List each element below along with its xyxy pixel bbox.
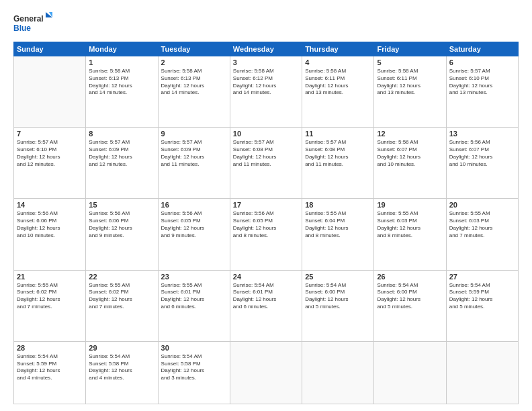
day-info: Sunrise: 5:57 AM Sunset: 6:08 PM Dayligh… <box>305 139 371 168</box>
page: General Blue SundayMondayTuesdayWednesda… <box>0 0 532 411</box>
day-info: Sunrise: 5:55 AM Sunset: 6:02 PM Dayligh… <box>89 282 154 311</box>
logo: General Blue <box>13 11 54 36</box>
day-info: Sunrise: 5:56 AM Sunset: 6:05 PM Dayligh… <box>161 210 227 239</box>
calendar-cell: 13Sunrise: 5:56 AM Sunset: 6:07 PM Dayli… <box>446 128 518 199</box>
day-info: Sunrise: 5:57 AM Sunset: 6:10 PM Dayligh… <box>17 139 83 168</box>
calendar-cell: 6Sunrise: 5:57 AM Sunset: 6:10 PM Daylig… <box>446 56 518 128</box>
svg-text:General: General <box>13 14 44 24</box>
calendar-cell: 9Sunrise: 5:57 AM Sunset: 6:09 PM Daylig… <box>158 128 230 199</box>
day-info: Sunrise: 5:58 AM Sunset: 6:13 PM Dayligh… <box>161 68 227 97</box>
day-number: 9 <box>161 130 227 138</box>
calendar-cell <box>446 341 518 404</box>
calendar-cell: 2Sunrise: 5:58 AM Sunset: 6:13 PM Daylig… <box>158 56 230 128</box>
day-number: 2 <box>161 58 227 66</box>
day-info: Sunrise: 5:57 AM Sunset: 6:10 PM Dayligh… <box>449 68 515 97</box>
day-info: Sunrise: 5:54 AM Sunset: 5:58 PM Dayligh… <box>89 353 154 382</box>
calendar-cell <box>14 56 86 128</box>
calendar-cell: 18Sunrise: 5:55 AM Sunset: 6:04 PM Dayli… <box>302 199 374 270</box>
calendar-cell: 19Sunrise: 5:55 AM Sunset: 6:03 PM Dayli… <box>374 199 446 270</box>
day-number: 29 <box>89 344 154 352</box>
calendar-cell: 7Sunrise: 5:57 AM Sunset: 6:10 PM Daylig… <box>14 128 86 199</box>
calendar-cell: 29Sunrise: 5:54 AM Sunset: 5:58 PM Dayli… <box>86 341 158 404</box>
day-info: Sunrise: 5:58 AM Sunset: 6:13 PM Dayligh… <box>89 68 154 97</box>
calendar-cell <box>374 341 446 404</box>
day-number: 19 <box>377 201 443 209</box>
calendar-day-header: Thursday <box>302 42 374 56</box>
calendar-cell: 16Sunrise: 5:56 AM Sunset: 6:05 PM Dayli… <box>158 199 230 270</box>
day-number: 16 <box>161 201 227 209</box>
day-number: 1 <box>89 58 154 66</box>
calendar-week-row: 14Sunrise: 5:56 AM Sunset: 6:06 PM Dayli… <box>14 199 519 270</box>
day-info: Sunrise: 5:56 AM Sunset: 6:06 PM Dayligh… <box>89 210 154 239</box>
calendar-cell: 1Sunrise: 5:58 AM Sunset: 6:13 PM Daylig… <box>86 56 158 128</box>
day-info: Sunrise: 5:58 AM Sunset: 6:12 PM Dayligh… <box>233 68 299 97</box>
calendar-cell: 24Sunrise: 5:54 AM Sunset: 6:01 PM Dayli… <box>230 270 302 341</box>
day-info: Sunrise: 5:55 AM Sunset: 6:01 PM Dayligh… <box>161 282 227 311</box>
day-number: 14 <box>17 201 83 209</box>
day-info: Sunrise: 5:56 AM Sunset: 6:05 PM Dayligh… <box>233 210 299 239</box>
day-number: 11 <box>305 130 371 138</box>
day-number: 21 <box>17 273 83 281</box>
calendar-week-row: 1Sunrise: 5:58 AM Sunset: 6:13 PM Daylig… <box>14 56 519 128</box>
day-info: Sunrise: 5:58 AM Sunset: 6:11 PM Dayligh… <box>305 68 371 97</box>
day-info: Sunrise: 5:57 AM Sunset: 6:09 PM Dayligh… <box>89 139 154 168</box>
header: General Blue <box>13 11 519 36</box>
day-number: 27 <box>449 273 515 281</box>
day-number: 5 <box>377 58 443 66</box>
calendar-cell: 17Sunrise: 5:56 AM Sunset: 6:05 PM Dayli… <box>230 199 302 270</box>
day-info: Sunrise: 5:54 AM Sunset: 5:59 PM Dayligh… <box>449 282 515 311</box>
calendar-header-row: SundayMondayTuesdayWednesdayThursdayFrid… <box>14 42 519 56</box>
calendar-cell: 23Sunrise: 5:55 AM Sunset: 6:01 PM Dayli… <box>158 270 230 341</box>
day-number: 20 <box>449 201 515 209</box>
calendar-week-row: 28Sunrise: 5:54 AM Sunset: 5:59 PM Dayli… <box>14 341 519 404</box>
calendar-cell: 11Sunrise: 5:57 AM Sunset: 6:08 PM Dayli… <box>302 128 374 199</box>
calendar-cell: 20Sunrise: 5:55 AM Sunset: 6:03 PM Dayli… <box>446 199 518 270</box>
day-number: 13 <box>449 130 515 138</box>
day-info: Sunrise: 5:55 AM Sunset: 6:02 PM Dayligh… <box>17 282 83 311</box>
calendar-day-header: Saturday <box>446 42 518 56</box>
calendar-day-header: Friday <box>374 42 446 56</box>
calendar-cell: 25Sunrise: 5:54 AM Sunset: 6:00 PM Dayli… <box>302 270 374 341</box>
day-number: 17 <box>233 201 299 209</box>
day-info: Sunrise: 5:54 AM Sunset: 6:01 PM Dayligh… <box>233 282 299 311</box>
calendar-cell: 28Sunrise: 5:54 AM Sunset: 5:59 PM Dayli… <box>14 341 86 404</box>
day-number: 23 <box>161 273 227 281</box>
day-info: Sunrise: 5:56 AM Sunset: 6:07 PM Dayligh… <box>377 139 443 168</box>
day-number: 30 <box>161 344 227 352</box>
day-number: 12 <box>377 130 443 138</box>
calendar-cell: 5Sunrise: 5:58 AM Sunset: 6:11 PM Daylig… <box>374 56 446 128</box>
calendar-cell: 3Sunrise: 5:58 AM Sunset: 6:12 PM Daylig… <box>230 56 302 128</box>
day-number: 25 <box>305 273 371 281</box>
calendar-week-row: 21Sunrise: 5:55 AM Sunset: 6:02 PM Dayli… <box>14 270 519 341</box>
day-info: Sunrise: 5:57 AM Sunset: 6:09 PM Dayligh… <box>161 139 227 168</box>
calendar-cell <box>302 341 374 404</box>
calendar-cell: 22Sunrise: 5:55 AM Sunset: 6:02 PM Dayli… <box>86 270 158 341</box>
calendar-cell: 14Sunrise: 5:56 AM Sunset: 6:06 PM Dayli… <box>14 199 86 270</box>
day-number: 22 <box>89 273 154 281</box>
calendar-cell: 15Sunrise: 5:56 AM Sunset: 6:06 PM Dayli… <box>86 199 158 270</box>
day-info: Sunrise: 5:55 AM Sunset: 6:03 PM Dayligh… <box>449 210 515 239</box>
svg-text:Blue: Blue <box>13 24 31 33</box>
calendar-cell: 12Sunrise: 5:56 AM Sunset: 6:07 PM Dayli… <box>374 128 446 199</box>
calendar-cell: 26Sunrise: 5:54 AM Sunset: 6:00 PM Dayli… <box>374 270 446 341</box>
day-info: Sunrise: 5:54 AM Sunset: 5:59 PM Dayligh… <box>17 353 83 382</box>
calendar-cell: 21Sunrise: 5:55 AM Sunset: 6:02 PM Dayli… <box>14 270 86 341</box>
day-info: Sunrise: 5:54 AM Sunset: 5:58 PM Dayligh… <box>161 353 227 382</box>
day-number: 10 <box>233 130 299 138</box>
day-number: 8 <box>89 130 154 138</box>
calendar-cell: 8Sunrise: 5:57 AM Sunset: 6:09 PM Daylig… <box>86 128 158 199</box>
day-number: 3 <box>233 58 299 66</box>
day-info: Sunrise: 5:58 AM Sunset: 6:11 PM Dayligh… <box>377 68 443 97</box>
day-info: Sunrise: 5:54 AM Sunset: 6:00 PM Dayligh… <box>377 282 443 311</box>
calendar-cell <box>230 341 302 404</box>
calendar-cell: 30Sunrise: 5:54 AM Sunset: 5:58 PM Dayli… <box>158 341 230 404</box>
day-number: 28 <box>17 344 83 352</box>
calendar-table: SundayMondayTuesdayWednesdayThursdayFrid… <box>13 42 519 404</box>
day-number: 18 <box>305 201 371 209</box>
day-number: 26 <box>377 273 443 281</box>
calendar-day-header: Monday <box>86 42 158 56</box>
day-info: Sunrise: 5:57 AM Sunset: 6:08 PM Dayligh… <box>233 139 299 168</box>
day-info: Sunrise: 5:55 AM Sunset: 6:04 PM Dayligh… <box>305 210 371 239</box>
logo-svg: General Blue <box>13 11 54 36</box>
day-number: 7 <box>17 130 83 138</box>
